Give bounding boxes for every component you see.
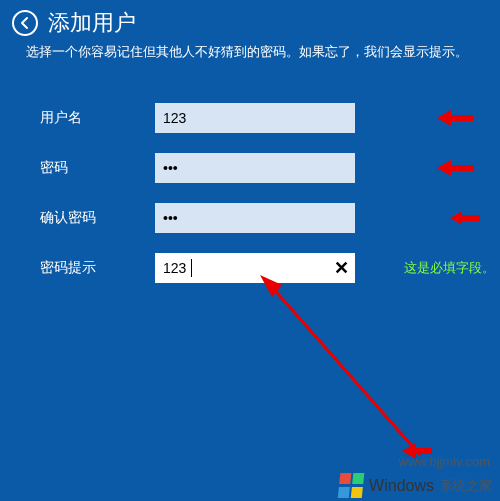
annotation-arrow-icon	[435, 107, 475, 129]
svg-line-3	[272, 287, 420, 455]
svg-marker-2	[450, 211, 480, 225]
label-password: 密码	[40, 159, 155, 177]
row-hint: 密码提示 ✕ 这是必填字段。	[40, 253, 500, 283]
row-confirm: 确认密码	[40, 203, 500, 233]
label-confirm: 确认密码	[40, 209, 155, 227]
svg-marker-0	[437, 110, 473, 126]
brand-logo: Windows 系统之家	[339, 473, 492, 499]
annotation-arrow-diagonal-icon	[260, 275, 440, 475]
label-hint: 密码提示	[40, 259, 155, 277]
brand-name: Windows	[369, 477, 434, 495]
text-cursor	[191, 259, 192, 277]
label-username: 用户名	[40, 109, 155, 127]
row-username: 用户名	[40, 103, 500, 133]
watermark-text: www.bjjmlv.com	[399, 454, 491, 469]
confirm-password-input[interactable]	[155, 203, 355, 233]
password-hint-input[interactable]	[155, 253, 355, 283]
svg-marker-1	[437, 160, 473, 176]
row-password: 密码	[40, 153, 500, 183]
required-message: 这是必填字段。	[404, 259, 495, 277]
page-title: 添加用户	[48, 8, 136, 38]
back-button[interactable]	[12, 10, 38, 36]
password-input[interactable]	[155, 153, 355, 183]
windows-icon	[338, 473, 367, 499]
page-subtitle: 选择一个你容易记住但其他人不好猜到的密码。如果忘了，我们会显示提示。	[0, 40, 500, 61]
annotation-arrow-icon	[448, 209, 482, 227]
clear-icon[interactable]: ✕	[334, 259, 349, 277]
annotation-arrow-icon	[435, 157, 475, 179]
add-user-form: 用户名 密码 确认密码 密码提示 ✕ 这是必填字段。	[0, 103, 500, 283]
arrow-left-icon	[18, 16, 32, 30]
username-input[interactable]	[155, 103, 355, 133]
brand-suffix: 系统之家	[440, 477, 492, 495]
